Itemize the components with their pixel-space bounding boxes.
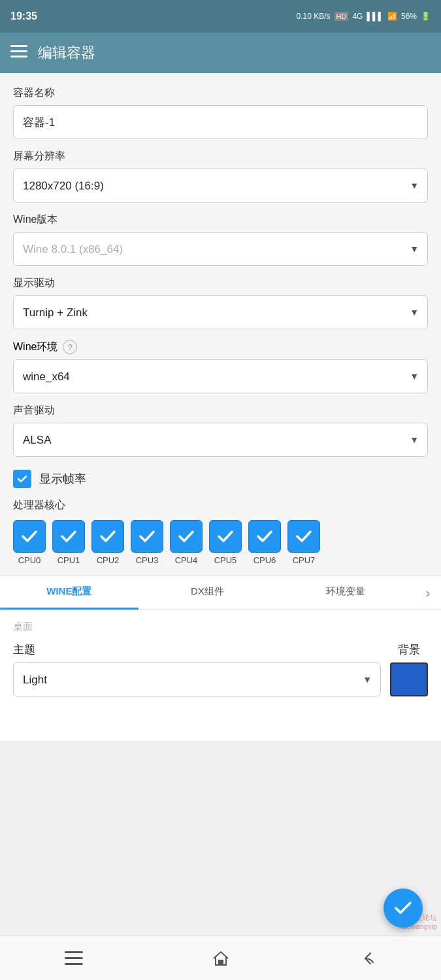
- tab-env-vars[interactable]: 环境变量: [276, 576, 415, 610]
- tabs-container: WINE配置 DX组件 环境变量 › 桌面 主题 Light Dark: [0, 576, 441, 741]
- svg-rect-5: [65, 963, 83, 965]
- signal-bars-icon: ▌▌▌: [367, 12, 384, 21]
- svg-rect-2: [10, 56, 27, 57]
- cpu6-checkbox[interactable]: [248, 520, 281, 553]
- hamburger-menu-icon[interactable]: [10, 45, 27, 61]
- theme-background-row: 主题 Light Dark System ▼ 背景: [13, 642, 428, 696]
- audio-driver-select-wrapper: ALSA PulseAudio OSS ▼: [13, 423, 428, 457]
- cpu3-label: CPU3: [136, 555, 159, 565]
- cpu2-checkbox[interactable]: [91, 520, 124, 553]
- time-display: 19:35: [10, 10, 37, 22]
- theme-label: 主题: [13, 642, 381, 657]
- cpu7-label: CPU7: [293, 555, 316, 565]
- status-icons-group: 0.10 KB/s HD 4G ▌▌▌ 📶 56% 🔋: [297, 12, 431, 21]
- container-name-input[interactable]: [13, 105, 428, 139]
- theme-select[interactable]: Light Dark System: [13, 662, 381, 696]
- cpu-cores-label: 处理器核心: [13, 498, 428, 512]
- cpu-item-4: CPU4: [170, 520, 203, 565]
- cpu5-checkbox[interactable]: [209, 520, 242, 553]
- wine-env-select[interactable]: wine_x64 wine_x86: [13, 359, 428, 393]
- cpu1-label: CPU1: [57, 555, 80, 565]
- cpu0-checkbox[interactable]: [13, 520, 46, 553]
- main-content: 容器名称 屏幕分辨率 1280x720 (16:9) 1920x1080 (16…: [0, 73, 441, 741]
- cpu-item-6: CPU6: [248, 520, 281, 565]
- tab-content-wine-config: 桌面 主题 Light Dark System ▼ 背景: [0, 610, 441, 741]
- wine-version-select-wrapper: Wine 8.0.1 (x86_64) Wine 8.0.1 (x86_64) …: [13, 232, 428, 266]
- bottom-navigation: [0, 936, 441, 980]
- resolution-select-wrapper: 1280x720 (16:9) 1920x1080 (16:9) 800x600…: [13, 169, 428, 203]
- wine-version-select[interactable]: Wine 8.0.1 (x86_64) Wine 8.0.1 (x86_64) …: [13, 232, 428, 266]
- bottom-menu-button[interactable]: [54, 939, 93, 978]
- theme-dropdown-wrapper: Light Dark System ▼: [13, 662, 381, 696]
- audio-driver-select[interactable]: ALSA PulseAudio OSS: [13, 423, 428, 457]
- cpu-item-1: CPU1: [52, 520, 85, 565]
- wine-env-label: Wine环境: [13, 340, 57, 354]
- cpu6-label: CPU6: [253, 555, 276, 565]
- network-speed: 0.10 KB/s: [297, 12, 331, 21]
- desktop-section-title: 桌面: [13, 621, 428, 633]
- cpu-grid: CPU0 CPU1 CPU2 CPU3: [13, 520, 428, 565]
- background-column: 背景: [390, 642, 428, 696]
- signal-4g: 4G: [352, 12, 363, 21]
- cpu3-checkbox[interactable]: [131, 520, 163, 553]
- svg-rect-1: [10, 50, 27, 52]
- background-label: 背景: [398, 642, 420, 657]
- wine-env-help-icon[interactable]: ?: [63, 340, 77, 354]
- cpu-item-2: CPU2: [91, 520, 124, 565]
- cpu1-checkbox[interactable]: [52, 520, 85, 553]
- resolution-label: 屏幕分辨率: [13, 150, 428, 163]
- show-fps-checkbox[interactable]: [13, 470, 31, 488]
- wine-version-label: Wine版本: [13, 213, 428, 227]
- tab-wine-config[interactable]: WINE配置: [0, 576, 139, 610]
- battery-icon: 🔋: [421, 12, 431, 21]
- cpu4-checkbox[interactable]: [170, 520, 203, 553]
- background-color-picker[interactable]: [390, 662, 428, 696]
- tabs-row: WINE配置 DX组件 环境变量 ›: [0, 576, 441, 610]
- display-driver-select-wrapper: Turnip + Zink Vulkan OpenGL ▼: [13, 295, 428, 329]
- resolution-select[interactable]: 1280x720 (16:9) 1920x1080 (16:9) 800x600…: [13, 169, 428, 203]
- cpu5-label: CPU5: [214, 555, 237, 565]
- show-fps-row: 显示帧率: [13, 470, 428, 488]
- display-driver-label: 显示驱动: [13, 276, 428, 290]
- cpu2-label: CPU2: [97, 555, 120, 565]
- cpu-item-5: CPU5: [209, 520, 242, 565]
- tab-dx-components[interactable]: DX组件: [139, 576, 277, 610]
- svg-rect-0: [10, 45, 27, 47]
- svg-rect-3: [65, 951, 83, 953]
- title-bar: 编辑容器: [0, 33, 441, 73]
- wine-env-select-wrapper: wine_x64 wine_x86 ▼: [13, 359, 428, 393]
- display-driver-select[interactable]: Turnip + Zink Vulkan OpenGL: [13, 295, 428, 329]
- cpu4-label: CPU4: [175, 555, 198, 565]
- container-name-label: 容器名称: [13, 86, 428, 100]
- bottom-home-button[interactable]: [201, 939, 240, 978]
- theme-select-wrapper: 主题 Light Dark System ▼: [13, 642, 381, 696]
- svg-rect-6: [218, 960, 223, 965]
- hd-badge: HD: [335, 12, 349, 21]
- fab-confirm-button[interactable]: [384, 889, 423, 928]
- show-fps-label: 显示帧率: [39, 471, 86, 487]
- audio-driver-label: 声音驱动: [13, 404, 428, 417]
- status-bar: 19:35 0.10 KB/s HD 4G ▌▌▌ 📶 56% 🔋: [0, 0, 441, 33]
- bottom-back-button[interactable]: [348, 939, 387, 978]
- svg-rect-4: [65, 957, 83, 959]
- wifi-icon: 📶: [387, 12, 397, 21]
- cpu-item-3: CPU3: [131, 520, 163, 565]
- tab-more[interactable]: ›: [415, 576, 441, 610]
- page-title: 编辑容器: [38, 43, 95, 63]
- cpu0-label: CPU0: [18, 555, 41, 565]
- wine-env-label-row: Wine环境 ?: [13, 340, 428, 354]
- cpu-item-0: CPU0: [13, 520, 46, 565]
- battery-level: 56%: [401, 12, 417, 21]
- cpu-item-7: CPU7: [287, 520, 320, 565]
- cpu7-checkbox[interactable]: [287, 520, 320, 553]
